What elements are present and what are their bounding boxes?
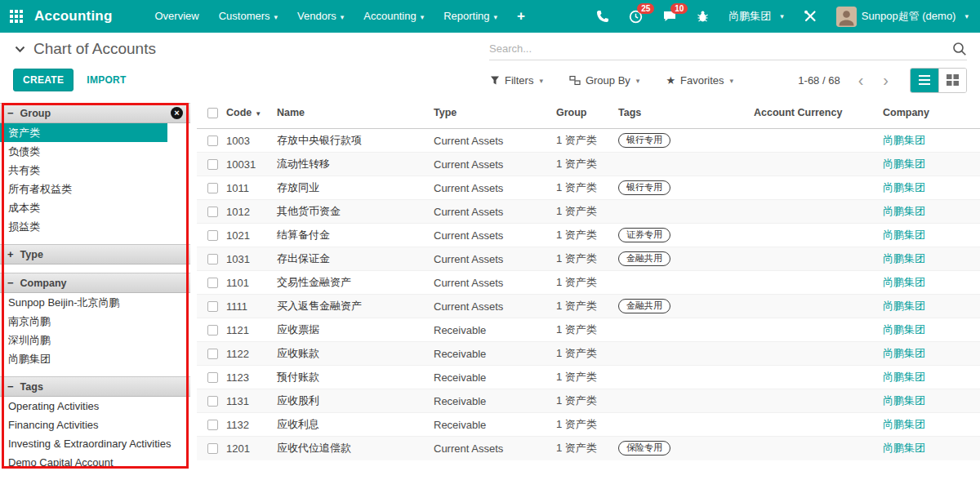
- row-checkbox[interactable]: [207, 278, 218, 288]
- create-button[interactable]: CREATE: [13, 69, 74, 91]
- user-menu[interactable]: Sunpop超管 (demo) ▾: [836, 7, 969, 27]
- filter-item[interactable]: 南京尚鹏: [0, 312, 190, 331]
- tools-icon[interactable]: [804, 10, 817, 23]
- table-row[interactable]: 1101交易性金融资产Current Assets1 资产类尚鹏集团: [197, 271, 980, 295]
- row-checkbox[interactable]: [207, 230, 218, 241]
- row-checkbox[interactable]: [207, 420, 218, 430]
- filter-section-header-tags[interactable]: −Tags: [0, 376, 190, 397]
- debug-bug-icon[interactable]: [697, 10, 709, 23]
- filter-section-header-group[interactable]: −Group×: [0, 103, 190, 123]
- clear-filter-icon[interactable]: ×: [171, 107, 183, 119]
- table-row[interactable]: 1201应收代位追偿款Current Assets1 资产类保险专用尚鹏集团: [197, 437, 980, 460]
- filter-item[interactable]: Financing Activities: [0, 416, 190, 434]
- filter-section-header-company[interactable]: −Company: [0, 273, 190, 293]
- filter-item-selected[interactable]: 资产类: [0, 123, 167, 142]
- menu-overview[interactable]: Overview: [145, 0, 209, 33]
- chevron-down-icon: ▾: [730, 76, 734, 84]
- column-header-company[interactable]: Company: [880, 96, 980, 129]
- table-row[interactable]: 1003存放中央银行款项Current Assets1 资产类银行专用尚鹏集团: [197, 129, 980, 153]
- breadcrumb[interactable]: Chart of Accounts: [15, 40, 156, 58]
- pager-range: 1-68 / 68: [798, 74, 840, 87]
- table-row[interactable]: 1021结算备付金Current Assets1 资产类证券专用尚鹏集团: [197, 224, 980, 247]
- column-header-code[interactable]: Code▼: [223, 96, 274, 129]
- avatar: [836, 7, 857, 27]
- filter-item[interactable]: Operating Activities: [0, 397, 190, 416]
- accounts-table: Code▼NameTypeGroupTagsAccount CurrencyCo…: [197, 96, 980, 460]
- cell-tags: [615, 318, 751, 342]
- cell-tags: 金融共用: [615, 295, 751, 318]
- cell-company: 尚鹏集团: [880, 271, 980, 295]
- filter-item[interactable]: 共有类: [0, 161, 190, 180]
- company-switcher[interactable]: 尚鹏集团 ▾: [728, 9, 784, 24]
- table-row[interactable]: 1123预付账款Receivable1 资产类尚鹏集团: [197, 366, 980, 389]
- cell-code: 1031: [223, 247, 274, 271]
- row-checkbox[interactable]: [207, 183, 218, 193]
- column-header-currency[interactable]: Account Currency: [751, 96, 880, 129]
- menu-reporting[interactable]: Reporting▾: [434, 0, 507, 33]
- row-checkbox[interactable]: [207, 325, 218, 336]
- add-menu-button[interactable]: +: [507, 8, 535, 24]
- filter-section-header-type[interactable]: +Type: [0, 244, 190, 264]
- list-view-button[interactable]: [911, 69, 938, 92]
- table-row[interactable]: 1131应收股利Receivable1 资产类尚鹏集团: [197, 389, 980, 413]
- kanban-view-button[interactable]: [938, 69, 966, 92]
- row-checkbox[interactable]: [207, 349, 218, 359]
- cell-currency: [751, 389, 880, 413]
- row-checkbox[interactable]: [207, 301, 218, 312]
- filter-item[interactable]: Sunpop Beijin-北京尚鹏: [0, 293, 190, 312]
- menu-accounting[interactable]: Accounting▾: [354, 0, 434, 33]
- chevron-down-icon: ▾: [494, 13, 498, 21]
- messages-icon[interactable]: 10: [662, 10, 677, 23]
- favorites-button[interactable]: ★ Favorites ▾: [666, 74, 733, 87]
- filter-section-type: +Type: [0, 244, 190, 264]
- cell-tags: 证券专用: [615, 224, 751, 247]
- phone-icon[interactable]: [596, 10, 609, 23]
- group-by-button[interactable]: Group By ▾: [569, 74, 639, 87]
- filter-item[interactable]: 负债类: [0, 142, 190, 161]
- column-header-name[interactable]: Name: [274, 96, 430, 129]
- filters-button[interactable]: Filters ▾: [490, 74, 543, 87]
- filter-item[interactable]: 成本类: [0, 198, 190, 217]
- table-row[interactable]: 10031流动性转移Current Assets1 资产类尚鹏集团: [197, 153, 980, 176]
- collapse-minus-icon: −: [7, 380, 14, 393]
- search-input[interactable]: [489, 42, 947, 55]
- row-checkbox[interactable]: [207, 159, 218, 170]
- row-checkbox-cell: [197, 200, 223, 224]
- menu-customers[interactable]: Customers▾: [209, 0, 287, 33]
- row-checkbox[interactable]: [207, 396, 218, 407]
- column-header-tags[interactable]: Tags: [615, 96, 751, 129]
- cell-currency: [751, 129, 880, 153]
- table-row[interactable]: 1011存放同业Current Assets1 资产类银行专用尚鹏集团: [197, 176, 980, 200]
- column-header-type[interactable]: Type: [430, 96, 553, 129]
- filter-item[interactable]: Investing & Extraordinary Activities: [0, 434, 190, 453]
- filter-item[interactable]: 所有者权益类: [0, 180, 190, 198]
- menu-vendors[interactable]: Vendors▾: [287, 0, 354, 33]
- filter-item[interactable]: 损益类: [0, 217, 190, 236]
- select-all-checkbox[interactable]: [207, 108, 218, 118]
- import-button[interactable]: IMPORT: [87, 74, 126, 86]
- pager-previous-button[interactable]: ‹: [852, 72, 871, 88]
- cell-code: 1011: [223, 176, 274, 200]
- row-checkbox[interactable]: [207, 254, 218, 264]
- pager-next-button[interactable]: ›: [876, 72, 895, 88]
- row-checkbox[interactable]: [207, 207, 218, 217]
- table-row[interactable]: 1121应收票据Receivable1 资产类尚鹏集团: [197, 318, 980, 342]
- table-row[interactable]: 1111买入返售金融资产Current Assets1 资产类金融共用尚鹏集团: [197, 295, 980, 318]
- row-checkbox[interactable]: [207, 136, 218, 146]
- filter-item[interactable]: 深圳尚鹏: [0, 331, 190, 349]
- cell-type: Receivable: [430, 342, 553, 366]
- search-icon[interactable]: [952, 42, 967, 56]
- table-row[interactable]: 1031存出保证金Current Assets1 资产类金融共用尚鹏集团: [197, 247, 980, 271]
- column-header-group[interactable]: Group: [553, 96, 615, 129]
- row-checkbox[interactable]: [207, 443, 218, 454]
- user-name: Sunpop超管 (demo): [862, 9, 956, 24]
- filter-item[interactable]: 尚鹏集团: [0, 349, 190, 368]
- filter-item[interactable]: Demo Capital Account: [0, 453, 190, 472]
- row-checkbox-cell: [197, 153, 223, 176]
- table-row[interactable]: 1132应收利息Receivable1 资产类尚鹏集团: [197, 413, 980, 437]
- row-checkbox[interactable]: [207, 372, 218, 383]
- table-row[interactable]: 1122应收账款Receivable1 资产类尚鹏集团: [197, 342, 980, 366]
- activities-clock-icon[interactable]: 25: [629, 10, 643, 24]
- apps-grid-icon[interactable]: [10, 10, 23, 23]
- table-row[interactable]: 1012其他货币资金Current Assets1 资产类尚鹏集团: [197, 200, 980, 224]
